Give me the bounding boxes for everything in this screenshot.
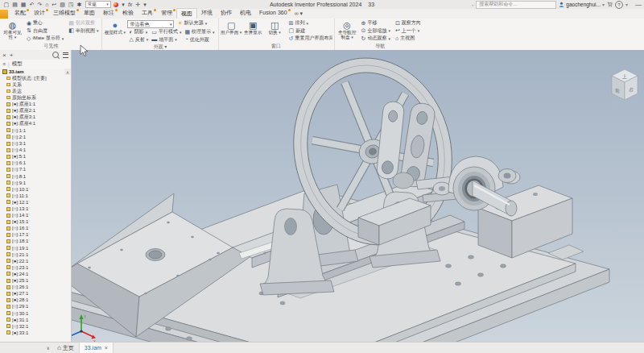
browser-pane-title[interactable]: 模型 — [12, 60, 23, 68]
tree-row[interactable]: [●]:24:1 — [0, 271, 71, 277]
tree-row[interactable]: [○]:18:1 — [0, 238, 71, 244]
tree-row[interactable]: [○]:4:1 — [0, 147, 71, 153]
redo-icon[interactable]: ↷ — [36, 1, 43, 8]
tree-row[interactable]: [●]:底座2:1 — [0, 108, 71, 114]
tree-row[interactable]: [○]:7:1 — [0, 166, 71, 172]
visual-style-combo[interactable]: 带边着色▾ — [127, 20, 174, 28]
tree-row[interactable]: [●]:28:1 — [0, 297, 71, 303]
previous-view-button[interactable]: ↩上一个▾ — [394, 27, 424, 35]
center-of-gravity-button[interactable]: ◉重心 — [25, 19, 65, 27]
shadows-button[interactable]: ◐阴影▾ — [127, 28, 150, 36]
save-icon[interactable]: ▦ — [19, 1, 27, 8]
tab-inspect[interactable]: 检验 — [118, 8, 138, 18]
tab-assemble[interactable]: 装配 — [10, 8, 30, 18]
document-tab-33iam[interactable]: 33.iam × — [80, 343, 114, 353]
tree-row[interactable]: [○]:1:1 — [0, 127, 71, 134]
minimize-button[interactable]: — — [635, 1, 642, 8]
material-combo[interactable]: 常规▾ — [85, 1, 111, 8]
collaborate-chat-menu[interactable]: ∞ ▾ — [291, 9, 306, 19]
tree-row[interactable]: [●]:12:1 — [0, 199, 71, 206]
textures-button[interactable]: ▦纹理显示▾ — [183, 28, 216, 36]
browser-menu-icon[interactable] — [63, 52, 68, 58]
home-tab[interactable]: ⌂ 主页 — [52, 343, 80, 353]
appearance-combo-arrow[interactable]: ▾ — [121, 1, 126, 8]
tree-row[interactable]: [○]:16:1 — [0, 225, 71, 231]
degrees-of-freedom-button[interactable]: ⇅自由度 — [25, 27, 65, 35]
tree-row[interactable]: 原始坐标系 — [0, 94, 71, 101]
tree-row[interactable]: [●]:底座3:1 — [0, 114, 71, 121]
navigation-wheel-button[interactable]: ◎ 全导航控制盘 ▾ — [336, 19, 358, 39]
tree-row[interactable]: [○]:6:1 — [0, 160, 71, 166]
tree-root-assembly[interactable]: 33.iam — [0, 69, 71, 75]
tree-row[interactable]: [○]:26:1 — [0, 284, 71, 290]
help-icon[interactable]: ? — [615, 1, 623, 9]
tree-row[interactable]: [○]:17:1 — [0, 231, 71, 238]
tree-row[interactable]: [○]:3:1 — [0, 140, 71, 147]
tab-sketch[interactable]: 草图 — [80, 8, 99, 18]
new-window-button[interactable]: ▢新建 — [287, 27, 332, 35]
user-interface-button[interactable]: ▢用户界面 ▾ — [221, 19, 242, 35]
tree-row[interactable]: 模型状态: [主要] — [0, 75, 71, 81]
search-expand-chevron[interactable]: › — [472, 2, 473, 7]
tree-row[interactable]: [○]:30:1 — [0, 309, 71, 316]
tab-environments[interactable]: 环境 — [197, 8, 217, 18]
help-search-input[interactable]: 搜索帮助和命令... — [476, 1, 556, 9]
group-label-navigate[interactable]: 导航 — [336, 43, 424, 50]
lighting-style-button[interactable]: ☀ 默认光源▾ — [175, 19, 208, 27]
cart-icon[interactable] — [607, 2, 613, 7]
orbit-button[interactable]: ↻动态观察▾ — [360, 35, 392, 43]
tree-row[interactable]: [○]:14:1 — [0, 212, 71, 218]
tree-row[interactable]: [○]:13:1 — [0, 206, 71, 212]
tree-row[interactable]: [●]:底座4:1 — [0, 121, 71, 127]
parameters-fx-button[interactable]: fx — [126, 1, 133, 8]
tab-view[interactable]: 视图 — [176, 8, 197, 19]
zoom-all-button[interactable]: ⊙全部缩放▾ — [360, 27, 392, 35]
tab-3dmodel[interactable]: 三维模型 — [49, 8, 80, 18]
3d-model[interactable] — [72, 50, 644, 343]
tree-row[interactable]: [●]:15:1 — [0, 218, 71, 225]
new-file-icon[interactable]: ▢ — [2, 1, 10, 8]
refine-appearance-button[interactable]: ◔优化外观 — [183, 36, 216, 44]
tree-scroll-up-button[interactable]: ∧ — [64, 69, 71, 75]
tree-row[interactable]: [○]:29:1 — [0, 303, 71, 309]
tree-row[interactable]: [○]:2:1 — [0, 134, 71, 140]
home-icon[interactable]: ⌂ — [44, 1, 50, 8]
ground-plane-button[interactable]: ▬地平面▾ — [150, 36, 183, 44]
measure-button[interactable]: ✛ — [134, 1, 142, 8]
group-label-window[interactable]: 窗口 — [221, 43, 332, 50]
select-icon[interactable]: ▧ — [59, 1, 67, 8]
full-screen-button[interactable]: ▣全屏显示 — [242, 19, 264, 35]
browser-search-icon[interactable] — [52, 52, 59, 58]
browser-pane-icon[interactable]: ≡ — [2, 61, 6, 67]
tab-collaborate[interactable]: 协作 — [217, 8, 236, 18]
view-cube[interactable]: 上 前 右 — [609, 68, 641, 105]
tree-row[interactable]: [○]:10:1 — [0, 186, 71, 193]
look-at-button[interactable]: ⊡观察方向 — [394, 19, 424, 27]
return-icon[interactable]: ↩ — [51, 1, 58, 8]
settings-icon[interactable]: ✱ — [76, 1, 83, 8]
reset-ui-button[interactable]: ↺重置用户界面布局 — [287, 35, 332, 43]
tree-row[interactable]: [○]:23:1 — [0, 264, 71, 271]
browser-add-tab-button[interactable]: + — [10, 52, 14, 59]
tab-fusion360[interactable]: Fusion 360 — [255, 8, 291, 18]
tree-row[interactable]: [●]:31:1 — [0, 317, 71, 323]
tab-tools[interactable]: 工具 — [138, 8, 157, 18]
slice-graphics-button[interactable]: ▤切片观察 — [67, 19, 100, 27]
qat-customize-arrow[interactable]: ▾ — [142, 1, 148, 8]
tree-row[interactable]: 关系 — [0, 81, 71, 88]
tree-row[interactable]: [●]:22:1 — [0, 258, 71, 264]
imate-glyph-button[interactable]: ◇iMate 显示符▾ — [25, 35, 65, 43]
update-icon[interactable]: ◳ — [67, 1, 75, 8]
viewport[interactable]: 上 前 右 Y X Z — [72, 50, 644, 343]
appearance-sphere-icon[interactable] — [114, 2, 118, 7]
orthographic-button[interactable]: ▭平行模式▾ — [150, 28, 183, 36]
tree-row[interactable]: [○]:21:1 — [0, 251, 71, 258]
tab-design[interactable]: 设计 — [30, 8, 49, 18]
tree-row[interactable]: [○]:32:1 — [0, 323, 71, 330]
tree-row[interactable]: [●]:27:1 — [0, 290, 71, 297]
tree-row[interactable]: [●]:底座1:1 — [0, 101, 71, 107]
tree-row[interactable]: [●]:33:1 — [0, 330, 71, 336]
tree-row[interactable]: [○]:8:1 — [0, 173, 71, 180]
browser-close-button[interactable]: × — [2, 52, 6, 59]
visual-style-button[interactable]: ● 视觉样式 ▾ — [104, 19, 126, 35]
